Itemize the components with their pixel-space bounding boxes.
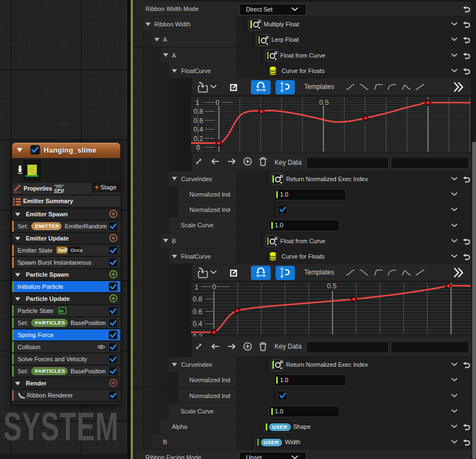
svg-text:0.2: 0.2 [193,333,202,337]
svg-text:CPU: CPU [54,188,64,193]
svg-text:0.4: 0.4 [194,126,203,133]
svg-text:0.6: 0.6 [193,307,202,315]
svg-text:0: 0 [212,283,216,290]
svg-text:0.4: 0.4 [193,320,202,328]
svg-text:0.2: 0.2 [194,135,203,142]
svg-text:0.5: 0.5 [327,282,337,289]
svg-text:0: 0 [197,143,200,151]
svg-text:0.8: 0.8 [193,295,202,303]
svg-text:∞: ∞ [59,307,64,314]
svg-text:0.6: 0.6 [194,116,203,124]
svg-text:0: 0 [216,99,220,107]
svg-text:0.8: 0.8 [194,108,203,115]
svg-text:1: 1 [195,99,199,107]
svg-text:1: 1 [195,283,199,290]
svg-text:0.5: 0.5 [320,99,329,107]
